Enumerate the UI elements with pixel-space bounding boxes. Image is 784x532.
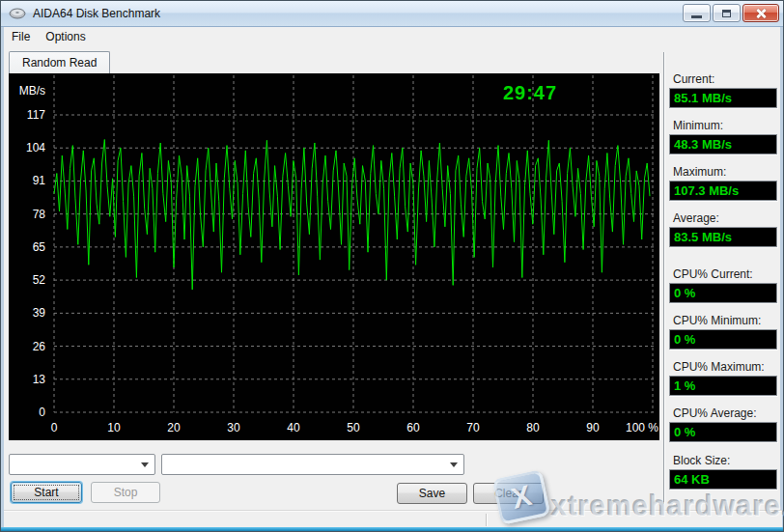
- x-tick-label: 90: [586, 421, 600, 434]
- close-icon: [755, 8, 767, 19]
- minimize-button[interactable]: [683, 4, 711, 22]
- x-tick-label: 20: [167, 421, 181, 434]
- window-frame-right: [780, 27, 783, 528]
- y-tick-label: 65: [33, 240, 46, 254]
- stat-value-maximum: 107.3 MB/s: [669, 181, 777, 201]
- stat-label-cpu-minimum: CPU% Minimum:: [673, 314, 779, 327]
- chevron-down-icon: [450, 462, 458, 467]
- y-axis-unit-label: MB/s: [19, 84, 45, 98]
- y-tick-label: 26: [33, 340, 46, 353]
- test-type-select[interactable]: Random Read: [9, 454, 155, 475]
- benchmark-chart-panel: MB/s117104917865523926130010203040506070…: [9, 73, 659, 440]
- stat-value-minimum: 48.3 MB/s: [669, 134, 777, 154]
- window-frame-left: [1, 27, 4, 528]
- menu-options[interactable]: Options: [38, 28, 93, 45]
- watermark-logo-icon: X: [492, 469, 551, 525]
- minimize-icon: [691, 15, 702, 18]
- y-tick-label: 104: [26, 141, 45, 154]
- status-bar-divider: [486, 514, 488, 526]
- x-tick-label: 70: [466, 421, 480, 434]
- x-tick-label: 30: [227, 421, 240, 434]
- stat-label-cpu-average: CPU% Average:: [673, 406, 779, 420]
- aida64-disk-benchmark-window: AIDA64 Disk Benchmark File Options Rando…: [0, 0, 784, 532]
- y-tick-label: 39: [33, 306, 46, 320]
- y-tick-label: 0: [39, 406, 45, 419]
- stat-value-cpu-maximum: 1 %: [669, 376, 777, 396]
- window-title: AIDA64 Disk Benchmark: [33, 7, 160, 20]
- title-bar[interactable]: AIDA64 Disk Benchmark: [1, 1, 783, 27]
- stat-value-current: 85.1 MB/s: [669, 88, 777, 108]
- benchmark-chart-svg: MB/s117104917865523926130010203040506070…: [9, 73, 659, 440]
- x-tick-label: 50: [347, 421, 360, 434]
- menu-file[interactable]: File: [4, 28, 38, 45]
- stat-value-cpu-minimum: 0 %: [669, 329, 777, 350]
- stat-value-cpu-current: 0 %: [669, 283, 777, 303]
- chevron-down-icon: [141, 462, 149, 467]
- start-button[interactable]: Start: [11, 482, 82, 503]
- stat-value-average: 83.5 MB/s: [669, 227, 777, 247]
- stat-label-block-size: Block Size:: [673, 454, 779, 467]
- stat-label-cpu-maximum: CPU% Maximum:: [673, 360, 779, 374]
- x-tick-label: 60: [406, 421, 420, 434]
- watermark: X xtremehardware.it: [491, 469, 781, 529]
- stat-label-current: Current:: [673, 72, 779, 86]
- stat-label-maximum: Maximum:: [673, 165, 779, 179]
- disk-app-icon: [9, 7, 26, 20]
- x-tick-label: 40: [287, 421, 300, 434]
- save-button[interactable]: Save: [397, 483, 467, 504]
- stat-label-minimum: Minimum:: [673, 119, 779, 132]
- x-tick-label: 80: [526, 421, 540, 434]
- maximize-icon: [722, 10, 731, 17]
- stat-label-cpu-current: CPU% Current:: [673, 267, 779, 281]
- y-tick-label: 13: [33, 373, 46, 386]
- panel-divider: [663, 52, 665, 504]
- x-tick-label: 0: [51, 421, 58, 434]
- elapsed-time: 29:47: [480, 82, 580, 104]
- y-tick-label: 52: [33, 273, 46, 287]
- watermark-text: xtremehardware.it: [551, 490, 784, 522]
- stat-value-cpu-average: 0 %: [669, 422, 777, 442]
- stat-label-average: Average:: [673, 211, 779, 225]
- stop-button[interactable]: Stop: [91, 482, 160, 503]
- close-button[interactable]: [742, 4, 779, 22]
- drive-select[interactable]: Disk Drive #0 [SAMSUNG HD154UI] (1397.3 …: [161, 454, 464, 475]
- y-tick-label: 117: [27, 108, 45, 122]
- watermark-x-glyph: X: [508, 479, 535, 516]
- x-tick-label: 100 %: [626, 421, 658, 434]
- tab-random-read[interactable]: Random Read: [9, 51, 110, 73]
- maximize-button[interactable]: [713, 4, 741, 22]
- menu-bar: File Options: [4, 28, 782, 45]
- y-tick-label: 78: [33, 208, 46, 221]
- x-tick-label: 10: [107, 421, 121, 434]
- y-tick-label: 91: [33, 174, 46, 187]
- benchmark-line: [54, 140, 650, 290]
